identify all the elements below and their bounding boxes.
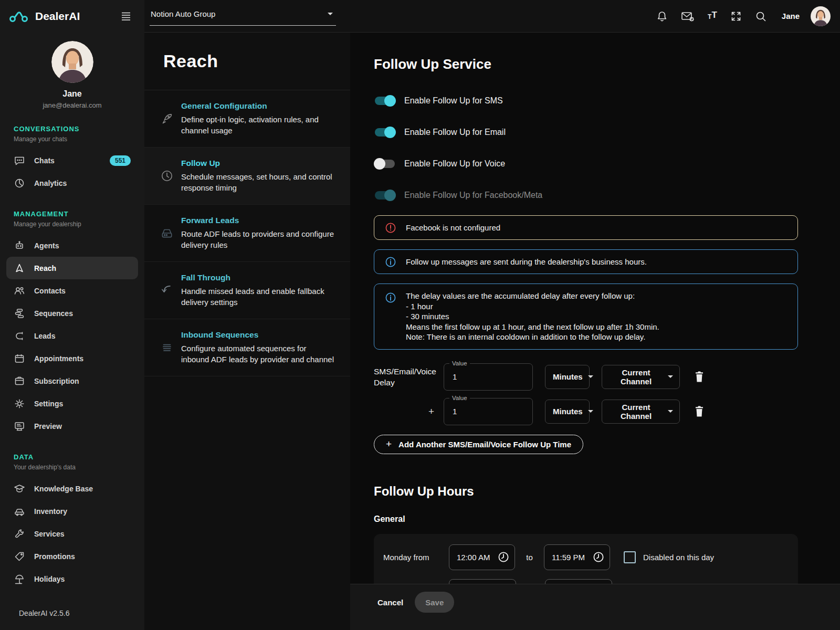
sidebar-item-label: Agents <box>34 242 59 250</box>
section-subtitle: Manage your chats <box>14 135 131 143</box>
brand-name: DealerAI <box>35 10 80 23</box>
hours-group-title: General <box>374 514 840 524</box>
sidebar-item-label: Settings <box>34 400 63 408</box>
sidebar-item-contacts[interactable]: Contacts <box>14 279 131 302</box>
delay-label: SMS/Email/Voice Delay <box>374 366 444 388</box>
sidebar-item-label: Holidays <box>34 575 65 583</box>
email-toggle[interactable] <box>374 127 396 138</box>
subnav-item-title: General Configuration <box>181 101 337 111</box>
clock-icon <box>497 551 510 563</box>
add-follow-up-time-button[interactable]: + Add Another SMS/Email/Voice Follow Up … <box>374 435 583 454</box>
subnav-item-forward-leads[interactable]: Forward Leads Route ADF leads to provide… <box>144 205 350 262</box>
time-from-input[interactable]: 12:00 AM <box>449 544 515 570</box>
sidebar-item-label: Reach <box>34 264 56 272</box>
disabled-day-checkbox[interactable] <box>624 551 636 563</box>
magnet-icon <box>14 330 25 342</box>
graduation-cap-icon <box>14 483 25 495</box>
alert-text-block: The delay values are the accumulated del… <box>406 291 659 342</box>
delete-delay-row-button[interactable] <box>694 371 705 383</box>
time-to-value: 11:59 PM <box>552 553 585 562</box>
disabled-day-label: Disabled on this day <box>643 553 714 562</box>
delay-unit-select[interactable]: Minutes <box>545 400 590 424</box>
sidebar-item-analytics[interactable]: Analytics <box>14 172 131 194</box>
beach-umbrella-icon <box>14 573 25 585</box>
subnav-item-general-configuration[interactable]: General Configuration Define opt-in logi… <box>144 90 350 148</box>
top-bar-actions: TT Jane <box>655 6 831 26</box>
delay-channel-value: Current Channel <box>610 368 663 386</box>
sidebar-item-appointments[interactable]: Appointments <box>14 347 131 370</box>
sidebar-item-subscription[interactable]: Subscription <box>14 370 131 392</box>
subnav-item-title: Forward Leads <box>181 216 337 225</box>
sidebar: Jane jane@dealerai.com CONVERSATIONS Man… <box>0 33 144 630</box>
sms-toggle[interactable] <box>374 95 396 107</box>
main-content: Follow Up Service Enable Follow Up for S… <box>350 33 840 630</box>
stacked-lines-icon <box>160 341 174 354</box>
toggle-row-voice: Enable Follow Up for Voice <box>374 148 840 180</box>
sidebar-item-settings[interactable]: Settings <box>14 392 131 415</box>
delay-value-input[interactable] <box>444 407 521 416</box>
price-tag-icon <box>14 551 25 562</box>
chevron-down-icon <box>668 375 673 378</box>
wallet-icon <box>14 375 25 387</box>
cancel-button[interactable]: Cancel <box>375 592 405 613</box>
section-title: CONVERSATIONS <box>14 125 131 133</box>
sidebar-item-reach[interactable]: Reach <box>6 257 138 279</box>
delay-unit-value: Minutes <box>553 372 583 381</box>
chevron-down-icon <box>588 410 593 413</box>
sidebar-collapse-button[interactable] <box>119 10 133 23</box>
email-settings-button[interactable] <box>680 9 696 23</box>
subnav-item-inbound-sequences[interactable]: Inbound Sequences Configure automated se… <box>144 319 350 376</box>
mail-gear-icon <box>681 10 695 22</box>
trash-icon <box>694 405 705 417</box>
time-to-input[interactable]: 11:59 PM <box>544 544 610 570</box>
sidebar-item-preview[interactable]: Preview <box>14 415 131 437</box>
app-window: DealerAI Notion Auto Group <box>0 0 840 630</box>
sidebar-item-chats[interactable]: Chats 551 <box>14 149 131 172</box>
section-data: DATA Your dealership's data Knowledge Ba… <box>0 453 144 590</box>
user-email: jane@dealerai.com <box>0 101 144 109</box>
topbar-user-name: Jane <box>782 12 800 20</box>
sidebar-item-label: Appointments <box>34 354 83 363</box>
section-title: MANAGEMENT <box>14 210 131 218</box>
sidebar-item-inventory[interactable]: Inventory <box>14 500 131 522</box>
toggle-label: Enable Follow Up for SMS <box>404 96 503 106</box>
info-circle-icon <box>385 292 396 303</box>
delete-delay-row-button[interactable] <box>694 405 705 417</box>
to-label: to <box>515 553 544 562</box>
save-button[interactable]: Save <box>415 592 454 613</box>
sidebar-item-knowledge-base[interactable]: Knowledge Base <box>14 477 131 500</box>
user-name: Jane <box>0 89 144 99</box>
fullscreen-button[interactable] <box>729 9 743 23</box>
delay-unit-value: Minutes <box>553 407 583 416</box>
toggle-label: Enable Follow Up for Facebook/Meta <box>404 191 542 200</box>
sidebar-item-sequences[interactable]: Sequences <box>14 302 131 324</box>
dealer-group-select[interactable]: Notion Auto Group <box>150 2 336 26</box>
sidebar-item-holidays[interactable]: Holidays <box>14 568 131 590</box>
sidebar-item-leads[interactable]: Leads <box>14 324 131 347</box>
subnav-item-desc: Define opt-in logic, activation rules, a… <box>181 114 337 136</box>
panel-header: Reach <box>144 33 350 90</box>
delay-unit-select[interactable]: Minutes <box>545 365 590 389</box>
text-size-button[interactable]: TT <box>707 9 718 23</box>
sidebar-item-services[interactable]: Services <box>14 522 131 545</box>
delay-channel-select[interactable]: Current Channel <box>602 365 680 389</box>
user-menu-button[interactable] <box>811 6 831 26</box>
subnav-item-desc: Route ADF leads to providers and configu… <box>181 228 337 250</box>
chevron-down-icon <box>328 13 333 15</box>
delay-value-input[interactable] <box>444 372 521 381</box>
sidebar-item-agents[interactable]: Agents <box>14 234 131 257</box>
sidebar-item-promotions[interactable]: Promotions <box>14 545 131 568</box>
search-icon <box>755 10 766 22</box>
voice-toggle[interactable] <box>374 158 396 170</box>
inbox-drive-icon <box>160 226 174 240</box>
delay-channel-select[interactable]: Current Channel <box>602 400 680 424</box>
toggle-row-facebook: Enable Follow Up for Facebook/Meta <box>374 180 840 211</box>
wrench-icon <box>14 528 25 540</box>
subnav-item-title: Inbound Sequences <box>181 330 337 340</box>
chevron-down-icon <box>588 375 593 378</box>
subnav-item-fall-through[interactable]: Fall Through Handle missed leads and ena… <box>144 262 350 319</box>
subnav-item-follow-up[interactable]: Follow Up Schedule messages, set hours, … <box>144 148 350 205</box>
notifications-button[interactable] <box>655 9 669 23</box>
subnav-item-desc: Configure automated sequences for inboun… <box>181 343 337 365</box>
search-button[interactable] <box>754 9 768 23</box>
